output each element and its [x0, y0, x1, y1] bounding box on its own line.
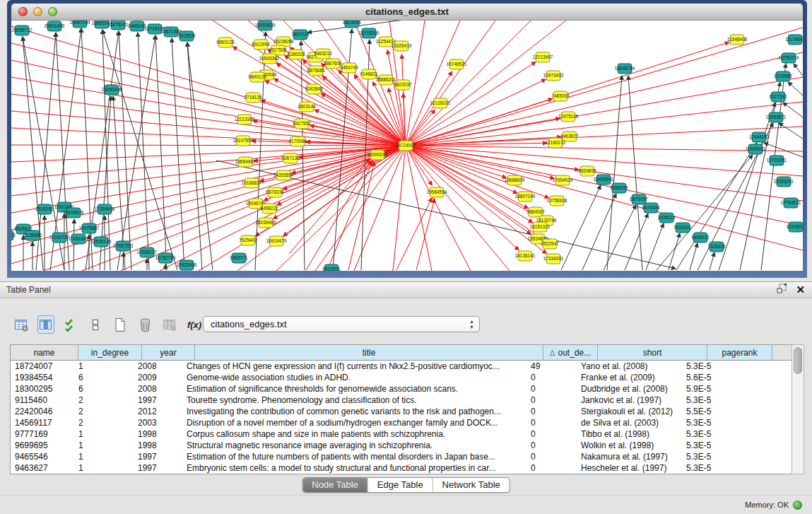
row-options-icon[interactable] [87, 315, 104, 334]
network-edge[interactable] [582, 194, 616, 270]
network-edge[interactable] [406, 146, 507, 177]
network-edge[interactable] [396, 198, 432, 270]
table-row[interactable]: 977716911998Corpus callosum shape and si… [11, 428, 792, 440]
network-node[interactable]: 12093871 [766, 112, 787, 122]
column-header-out_de[interactable]: △out_de... [543, 345, 598, 360]
network-edge[interactable] [406, 146, 803, 226]
network-edge[interactable] [764, 143, 803, 157]
table-row[interactable]: 1830029562008Estimation of significance … [11, 383, 792, 395]
network-node[interactable]: 11156881 [23, 230, 42, 240]
network-edge[interactable] [138, 33, 149, 270]
network-node[interactable]: 8912954 [252, 40, 270, 49]
network-edge[interactable] [117, 35, 155, 270]
network-node[interactable]: 12444153 [749, 132, 770, 142]
network-node[interactable]: 18807249 [515, 192, 536, 201]
network-node[interactable]: 14353554 [273, 170, 294, 180]
network-node[interactable]: 10756928 [547, 196, 567, 206]
network-node[interactable]: 8813054 [343, 21, 361, 28]
network-node[interactable]: 20206576 [64, 208, 84, 218]
network-window-titlebar[interactable]: citations_edges.txt [11, 4, 803, 21]
network-node[interactable]: 4170064 [288, 136, 307, 146]
network-node[interactable]: 9845012 [691, 233, 710, 243]
network-node[interactable]: 16053839 [255, 21, 276, 30]
network-edge[interactable] [794, 64, 803, 76]
network-node[interactable]: 8498222 [260, 204, 278, 214]
network-node[interactable]: 9485771 [230, 253, 248, 263]
column-header-year[interactable]: year [142, 345, 195, 360]
network-edge[interactable] [779, 123, 803, 139]
network-node[interactable]: 2516051 [35, 204, 54, 214]
network-edge[interactable] [255, 32, 266, 270]
network-edge[interactable] [289, 159, 370, 254]
network-node[interactable]: 13325419 [392, 41, 412, 51]
network-node[interactable]: 8878334 [266, 187, 284, 197]
memory-ok-icon[interactable] [793, 501, 802, 510]
network-node[interactable]: 7632621 [673, 223, 692, 233]
network-node[interactable]: 7485063 [551, 91, 570, 101]
network-node[interactable]: 12213967 [533, 52, 553, 62]
network-edge[interactable] [314, 110, 406, 146]
network-node[interactable]: 12701051 [767, 156, 787, 165]
network-edge[interactable] [265, 81, 406, 146]
network-edge[interactable] [406, 127, 803, 146]
network-edge[interactable] [406, 146, 579, 170]
network-node[interactable]: 6234502 [787, 222, 803, 232]
float-window-icon[interactable] [777, 284, 787, 296]
network-node[interactable]: 9832501 [322, 264, 341, 271]
network-edge[interactable] [119, 31, 131, 270]
network-edge[interactable] [155, 35, 167, 270]
network-canvas[interactable]: 2405571220691406199571941065324715276021… [11, 21, 803, 271]
network-edge[interactable] [406, 146, 519, 250]
network-edge[interactable] [607, 76, 622, 270]
network-edge[interactable] [321, 93, 406, 146]
network-node[interactable]: 18107554 [233, 136, 254, 146]
table-select-dropdown[interactable]: citations_edges.txt ▲▼ [203, 316, 480, 332]
network-node[interactable]: 7625402 [239, 235, 257, 245]
network-node[interactable]: 16914479 [266, 236, 287, 246]
network-node[interactable]: 9227341 [769, 92, 787, 102]
network-node[interactable]: 2522547 [541, 239, 559, 249]
table-row[interactable]: 969969511998Structural magnetic resonanc… [11, 440, 792, 451]
network-edge[interactable] [322, 76, 406, 146]
network-node[interactable]: 12923466 [177, 260, 197, 270]
network-edge[interactable] [393, 146, 406, 271]
network-node[interactable]: 7615526 [177, 31, 196, 41]
table-row[interactable]: 946554611997Estimation of the future num… [11, 451, 792, 462]
network-node[interactable]: 8454749 [340, 63, 358, 73]
network-node[interactable]: 15276021 [108, 21, 129, 30]
column-header-title[interactable]: title [195, 345, 543, 360]
network-node[interactable]: 14136141 [515, 251, 536, 261]
import-table-icon[interactable] [161, 315, 178, 334]
network-node[interactable]: 3915903 [11, 230, 16, 240]
column-header-in_degree[interactable]: in_degree [78, 345, 142, 360]
validate-columns-icon[interactable] [62, 315, 79, 334]
scrollbar-thumb[interactable] [794, 347, 802, 374]
table-row[interactable]: 1872400712008Changes of HCN gene express… [11, 361, 792, 372]
network-edge[interactable] [11, 146, 406, 196]
network-node[interactable]: 11174041 [785, 35, 803, 45]
network-node[interactable]: 9242848 [305, 84, 323, 94]
network-node[interactable]: 9890125 [248, 72, 266, 82]
network-node[interactable]: 19957194 [70, 21, 90, 28]
network-edge[interactable] [11, 146, 406, 179]
column-header-name[interactable]: name [11, 345, 78, 360]
network-node[interactable]: 10973493 [543, 71, 564, 81]
network-window[interactable]: citations_edges.txt 24055712206914061995… [7, 0, 807, 278]
network-edge[interactable] [73, 219, 74, 270]
network-edge[interactable] [604, 205, 636, 270]
table-row[interactable]: 911546021997Tourette syndrome. Phenomeno… [11, 395, 792, 406]
network-node[interactable]: 9875685 [307, 66, 325, 76]
table-settings-icon[interactable] [13, 315, 30, 334]
network-edge[interactable] [406, 146, 554, 178]
network-node[interactable]: 12975115 [558, 112, 579, 122]
network-edge[interactable] [406, 62, 536, 146]
table-panel-header[interactable]: Table Panel ✕ [0, 282, 812, 298]
table-row[interactable]: 2242004622012Investigating the contribut… [11, 406, 792, 417]
network-edge[interactable] [102, 30, 110, 270]
table-row[interactable]: 946362711997Embryonic stem cells: a mode… [11, 462, 792, 474]
network-node[interactable]: 20053346 [102, 85, 122, 95]
network-edge[interactable] [406, 102, 803, 146]
table-row[interactable]: 1938455462009Genome-wide association stu… [11, 372, 792, 383]
network-node[interactable]: 12042757 [49, 233, 70, 243]
table-scrollbar[interactable] [792, 344, 804, 474]
